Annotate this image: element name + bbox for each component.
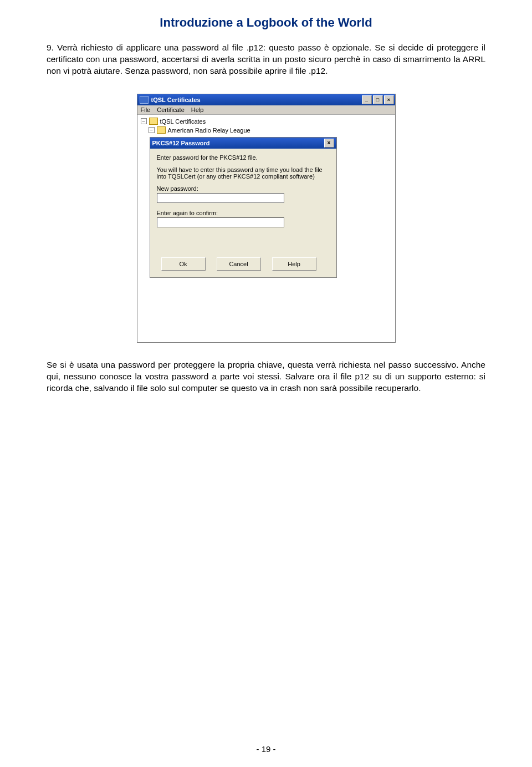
close-button[interactable]: × bbox=[384, 95, 394, 104]
dialog-text-1: Enter password for the PKCS#12 file. bbox=[157, 154, 330, 161]
tree-child-label: American Radio Relay League bbox=[168, 127, 250, 134]
folder-icon bbox=[149, 118, 158, 125]
page-title: Introduzione a Logbook of the World bbox=[47, 16, 485, 30]
ok-button[interactable]: Ok bbox=[161, 257, 206, 271]
tree-view: – tQSL Certificates – American Radio Rel… bbox=[137, 115, 395, 136]
confirm-password-input[interactable] bbox=[157, 217, 284, 227]
maximize-button[interactable]: □ bbox=[373, 95, 383, 104]
tree-child-row[interactable]: – American Radio Relay League bbox=[141, 126, 392, 135]
tree-toggle-icon[interactable]: – bbox=[141, 118, 147, 124]
password-dialog: PKCS#12 Password × Enter password for th… bbox=[150, 137, 337, 278]
dialog-text-2: You will have to enter this password any… bbox=[157, 166, 330, 180]
dialog-titlebar: PKCS#12 Password × bbox=[150, 138, 336, 149]
tree-root-label: tQSL Certificates bbox=[160, 118, 206, 125]
menu-file[interactable]: File bbox=[141, 106, 151, 113]
menu-certificate[interactable]: Certificate bbox=[157, 106, 185, 113]
window-titlebar: tQSL Certificates _ □ × bbox=[137, 94, 395, 105]
menubar: File Certificate Help bbox=[137, 105, 395, 115]
minimize-button[interactable]: _ bbox=[362, 95, 372, 104]
cancel-button[interactable]: Cancel bbox=[217, 257, 261, 271]
menu-help[interactable]: Help bbox=[191, 106, 204, 113]
paragraph-1: 9. Verrà richiesto di applicare una pass… bbox=[47, 42, 485, 77]
folder-icon bbox=[157, 126, 166, 134]
window-title: tQSL Certificates bbox=[151, 96, 201, 103]
tree-toggle-icon[interactable]: – bbox=[149, 127, 155, 133]
app-icon bbox=[140, 96, 149, 104]
tree-root-row[interactable]: – tQSL Certificates bbox=[141, 117, 392, 126]
help-button[interactable]: Help bbox=[272, 257, 316, 271]
dialog-close-button[interactable]: × bbox=[324, 139, 334, 148]
main-window: tQSL Certificates _ □ × File Certificate… bbox=[137, 94, 396, 343]
dialog-title: PKCS#12 Password bbox=[152, 140, 210, 146]
paragraph-2: Se si è usata una password per protegger… bbox=[47, 359, 485, 394]
page-number: - 19 - bbox=[0, 744, 532, 754]
confirm-password-label: Enter again to confirm: bbox=[157, 210, 330, 216]
screenshot: tQSL Certificates _ □ × File Certificate… bbox=[47, 94, 485, 343]
window-empty-area bbox=[137, 281, 395, 342]
new-password-input[interactable] bbox=[157, 193, 284, 203]
new-password-label: New password: bbox=[157, 185, 330, 192]
